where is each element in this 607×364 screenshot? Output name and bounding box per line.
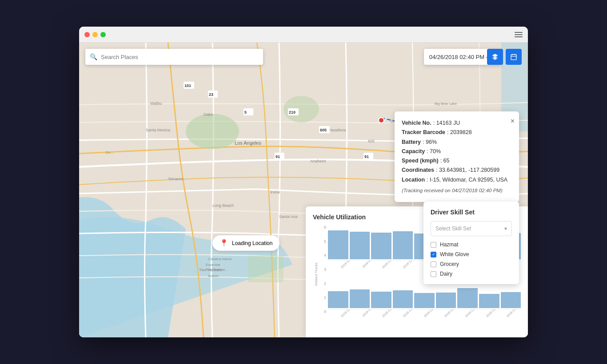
svg-text:210: 210 bbox=[289, 110, 296, 115]
location-label: Location bbox=[402, 175, 425, 185]
vehicle-no-label: Vehicle No. bbox=[402, 119, 431, 128]
tracker-barcode-value: : 2039828 bbox=[447, 128, 472, 137]
svg-text:Ox...: Ox... bbox=[106, 150, 113, 154]
loading-location-label: Loading Location bbox=[232, 240, 272, 246]
bar bbox=[371, 233, 391, 259]
maximize-button[interactable] bbox=[100, 32, 106, 37]
title-bar bbox=[79, 27, 528, 43]
bar bbox=[350, 289, 370, 308]
battery-value: : 96% bbox=[423, 138, 437, 147]
bar bbox=[501, 292, 521, 308]
svg-text:Malibu: Malibu bbox=[150, 101, 162, 106]
bar bbox=[436, 293, 456, 308]
app-window: Los Angeles Anaheim Torrance Irvine Long… bbox=[79, 27, 528, 337]
grocery-checkbox[interactable] bbox=[431, 261, 436, 267]
nav-button[interactable] bbox=[487, 49, 503, 65]
bar bbox=[479, 294, 499, 308]
skill-option-grocery[interactable]: Grocery bbox=[431, 261, 512, 267]
capacity-value: : 70% bbox=[427, 147, 441, 156]
search-input[interactable] bbox=[101, 54, 259, 60]
location-pin-icon: 📍 bbox=[220, 239, 228, 247]
svg-text:605: 605 bbox=[320, 128, 327, 132]
battery-label: Battery bbox=[402, 138, 421, 147]
coordinates-value: : 33.643981, -117.280599 bbox=[436, 166, 499, 175]
menu-icon[interactable] bbox=[515, 32, 523, 37]
coordinates-row: Coordinates : 33.643981, -117.280599 bbox=[402, 166, 512, 175]
tracking-note: (Tracking received on 04/27/2018 02:40 P… bbox=[402, 186, 512, 195]
svg-text:Anaheim: Anaheim bbox=[310, 159, 326, 163]
speed-row: Speed (kmph) : 65 bbox=[402, 156, 512, 166]
bar bbox=[414, 293, 435, 308]
loading-location-tooltip: 📍 Loading Location bbox=[212, 235, 280, 251]
skill-option-white-glove[interactable]: White Glove bbox=[431, 251, 512, 257]
bar bbox=[457, 288, 478, 308]
dairy-checkbox[interactable] bbox=[431, 271, 436, 277]
bar bbox=[393, 290, 413, 308]
bar bbox=[328, 230, 348, 259]
y-axis-label: Distinct Trucks bbox=[314, 262, 318, 285]
svg-text:Los Angeles: Los Angeles bbox=[235, 140, 261, 146]
white-glove-checkbox[interactable] bbox=[431, 252, 436, 257]
vehicle-popup: × Vehicle No. : 14163 JU Tracker Barcode… bbox=[395, 111, 519, 202]
svg-text:Big Bear Lake: Big Bear Lake bbox=[435, 102, 457, 106]
svg-text:23: 23 bbox=[209, 92, 213, 97]
skill-panel-title: Driver Skill Set bbox=[431, 209, 512, 216]
close-button[interactable] bbox=[84, 32, 90, 37]
svg-rect-4 bbox=[248, 256, 284, 282]
bar bbox=[371, 292, 391, 308]
bar bbox=[393, 231, 413, 259]
search-icon: 🔍 bbox=[90, 53, 97, 60]
svg-rect-53 bbox=[511, 55, 516, 60]
skill-panel: Driver Skill Set Select Skill Set ▾ Hazm… bbox=[423, 202, 519, 284]
svg-text:101: 101 bbox=[184, 83, 191, 88]
svg-text:605: 605 bbox=[368, 139, 375, 143]
bar bbox=[328, 291, 348, 309]
svg-text:Santa Ana: Santa Ana bbox=[279, 214, 298, 219]
datetime-value: 04/26/2018 02:40 PM - 04 bbox=[429, 54, 496, 60]
skill-option-dairy[interactable]: Dairy bbox=[431, 271, 512, 277]
svg-text:Santa Monica: Santa Monica bbox=[146, 128, 170, 132]
svg-point-2 bbox=[186, 114, 239, 149]
capacity-row: Capacity : 70% bbox=[402, 147, 512, 156]
speed-label: Speed (kmph) bbox=[402, 156, 439, 166]
y-axis: 6543210 bbox=[319, 225, 328, 323]
skill-option-hazmat[interactable]: Hazmat bbox=[431, 241, 512, 248]
hazmat-checkbox[interactable] bbox=[431, 242, 436, 248]
minimize-button[interactable] bbox=[92, 32, 98, 37]
skill-options-list: Hazmat White Glove Grocery Dairy bbox=[431, 241, 512, 277]
tracker-barcode-label: Tracker Barcode bbox=[402, 128, 445, 137]
calendar-button[interactable] bbox=[506, 49, 522, 65]
battery-row: Battery : 96% bbox=[402, 138, 512, 147]
x-labels-bottom: 2018-11-01 2018-11-1 2018-11-02 2018-11-… bbox=[328, 309, 521, 323]
svg-text:Essential: Essential bbox=[206, 263, 220, 267]
svg-text:Avalon: Avalon bbox=[208, 274, 219, 278]
map-container: Los Angeles Anaheim Torrance Irvine Long… bbox=[79, 43, 528, 337]
svg-text:91: 91 bbox=[364, 154, 369, 159]
svg-text:5: 5 bbox=[244, 110, 247, 115]
skill-select-placeholder: Select Skill Set bbox=[435, 226, 471, 232]
white-glove-label: White Glove bbox=[440, 251, 469, 257]
bar bbox=[350, 232, 370, 259]
svg-text:Oaks: Oaks bbox=[204, 112, 213, 117]
tracker-barcode-row: Tracker Barcode : 2039828 bbox=[402, 128, 512, 137]
svg-text:Irvine: Irvine bbox=[270, 190, 280, 194]
close-popup-button[interactable]: × bbox=[511, 115, 515, 127]
grocery-label: Grocery bbox=[440, 261, 459, 267]
vehicle-no-row: Vehicle No. : 14163 JU bbox=[402, 119, 512, 128]
svg-text:Catalina Island: Catalina Island bbox=[208, 257, 232, 261]
location-value: : I-15, Wildomar, CA 92595, USA bbox=[427, 175, 507, 185]
coordinates-label: Coordinates bbox=[402, 166, 434, 175]
hazmat-label: Hazmat bbox=[440, 241, 458, 248]
svg-point-44 bbox=[379, 118, 384, 123]
svg-text:Fish Habitat...: Fish Habitat... bbox=[206, 268, 228, 272]
location-row: Location : I-15, Wildomar, CA 92595, USA bbox=[402, 175, 512, 185]
svg-text:Long Beach: Long Beach bbox=[212, 203, 234, 208]
vehicle-no-value: : 14163 JU bbox=[433, 119, 460, 128]
speed-value: : 65 bbox=[440, 156, 450, 166]
svg-text:Pasadena: Pasadena bbox=[328, 128, 346, 132]
dairy-label: Dairy bbox=[440, 271, 452, 277]
skill-select-dropdown[interactable]: Select Skill Set ▾ bbox=[431, 221, 512, 236]
capacity-label: Capacity bbox=[402, 147, 425, 156]
chevron-down-icon: ▾ bbox=[504, 226, 507, 232]
traffic-lights bbox=[84, 32, 106, 37]
